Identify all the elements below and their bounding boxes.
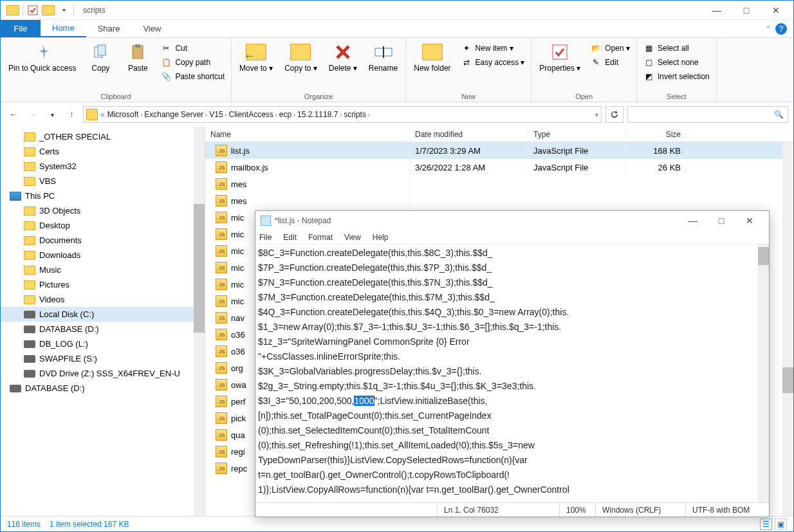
scrollbar-thumb[interactable] — [782, 367, 793, 393]
pin-icon — [32, 42, 53, 62]
tab-home[interactable]: Home — [41, 20, 86, 37]
new-item-button[interactable]: ✦New item ▾ — [459, 42, 528, 55]
js-file-icon: JS — [216, 295, 227, 307]
scrollbar-vertical[interactable] — [194, 127, 205, 516]
view-details-icon[interactable]: ☰ — [760, 518, 772, 530]
menu-edit[interactable]: Edit — [283, 233, 297, 242]
tab-file[interactable]: File — [1, 20, 41, 37]
select-all-button[interactable]: ▦Select all — [641, 42, 712, 55]
scrollbar-thumb[interactable] — [194, 204, 205, 333]
file-row[interactable]: JSlist.js1/7/2023 3:29 AMJavaScript File… — [205, 142, 793, 159]
tree-node-database-d-[interactable]: DATABASE (D:) — [1, 381, 205, 396]
tree-node-music[interactable]: Music — [1, 262, 205, 277]
file-row[interactable]: JSmes — [205, 176, 793, 192]
tab-view[interactable]: View — [131, 20, 172, 37]
file-row[interactable]: JSmes — [205, 192, 793, 209]
menu-format[interactable]: Format — [308, 233, 333, 242]
tree-node-videos[interactable]: Videos — [1, 292, 205, 307]
menu-view[interactable]: View — [344, 233, 361, 242]
back-button[interactable]: ← — [6, 107, 21, 122]
paste-shortcut-button[interactable]: 📎Paste shortcut — [158, 70, 227, 83]
tree-node-database-d-[interactable]: DATABASE (D:) — [1, 322, 205, 336]
invert-selection-button[interactable]: ◩Invert selection — [641, 70, 712, 83]
refresh-button[interactable] — [605, 106, 623, 123]
scrollbar-vertical[interactable] — [782, 142, 793, 516]
properties-icon[interactable] — [26, 3, 40, 17]
js-file-icon: JS — [216, 228, 227, 240]
notepad-textarea[interactable]: $8C_3=Function.createDelegate(this,this.… — [255, 244, 769, 502]
minimize-button[interactable]: — — [679, 212, 707, 230]
nav-tree[interactable]: _OTHER SPECIALCertsSystem32VBSThis PC3D … — [1, 127, 205, 516]
tree-node-desktop[interactable]: Desktop — [1, 218, 205, 233]
cut-button[interactable]: ✂Cut — [158, 42, 227, 55]
edit-button[interactable]: ✎Edit — [588, 56, 632, 69]
minimize-button[interactable]: — — [702, 1, 732, 19]
breadcrumb-overflow[interactable]: « — [100, 110, 105, 119]
tree-node-certs[interactable]: Certs — [1, 144, 205, 159]
scrollbar-vertical[interactable] — [758, 244, 769, 502]
col-header-size[interactable]: Size — [626, 130, 687, 139]
tree-node-this-pc[interactable]: This PC — [1, 188, 205, 203]
col-header-name[interactable]: Name — [205, 130, 410, 139]
notepad-titlebar[interactable]: *list.js - Notepad — □ ✕ — [255, 211, 769, 230]
menu-help[interactable]: Help — [373, 233, 389, 242]
copy-button[interactable]: Copy — [84, 39, 117, 73]
tree-node-label: Downloads — [39, 250, 80, 260]
copy-icon — [90, 42, 111, 62]
ribbon-collapse[interactable]: ⌃ ? — [759, 20, 793, 37]
view-large-icons-icon[interactable]: ▣ — [775, 518, 787, 530]
close-button[interactable]: ✕ — [735, 212, 764, 230]
move-to-button[interactable]: ← Move to ▾ — [235, 39, 277, 73]
tree-node-db-log-l-[interactable]: DB_LOG (L:) — [1, 336, 205, 351]
search-input[interactable]: 🔍 — [627, 106, 788, 123]
select-none-button[interactable]: ▢Select none — [641, 56, 712, 69]
breadcrumb-item[interactable]: 15.2.1118.7 — [297, 110, 338, 119]
tree-node-3d-objects[interactable]: 3D Objects — [1, 203, 205, 218]
pin-to-quick-access-button[interactable]: Pin to Quick access — [5, 39, 80, 73]
svg-text:JS: JS — [219, 349, 225, 354]
file-list-header[interactable]: Name Date modified Type Size — [205, 127, 793, 142]
tree-node--other-special[interactable]: _OTHER SPECIAL — [1, 129, 205, 144]
breadcrumb-item[interactable]: scripts — [344, 110, 366, 119]
scrollbar-thumb[interactable] — [758, 247, 769, 265]
properties-button[interactable]: Properties ▾ — [535, 39, 584, 73]
breadcrumb-item[interactable]: ClientAccess — [228, 110, 273, 119]
open-button[interactable]: 📂Open ▾ — [588, 42, 632, 55]
maximize-button[interactable]: □ — [707, 212, 735, 230]
tree-node-vbs[interactable]: VBS — [1, 174, 205, 188]
recent-locations-button[interactable]: ▾ — [44, 107, 60, 122]
breadcrumb-item[interactable]: V15 — [209, 110, 223, 119]
breadcrumb-item[interactable]: ecp — [279, 110, 291, 119]
easy-access-button[interactable]: ⇄Easy access ▾ — [459, 56, 528, 69]
file-row[interactable]: JSmailbox.js3/26/2022 1:28 AMJavaScript … — [205, 159, 793, 176]
paste-button[interactable]: Paste — [121, 39, 154, 73]
qat-dropdown-icon[interactable]: ▾ — [57, 3, 71, 17]
new-folder-button[interactable]: New folder — [410, 39, 454, 73]
breadcrumb[interactable]: « Microsoft › Exchange Server › V15 › Cl… — [83, 106, 602, 123]
maximize-button[interactable]: □ — [732, 1, 761, 19]
menu-file[interactable]: File — [259, 233, 272, 242]
tree-node-dvd-drive-z-sss-x64frev-en-u[interactable]: DVD Drive (Z:) SSS_X64FREV_EN-U — [1, 366, 205, 381]
tree-node-local-disk-c-[interactable]: Local Disk (C:) — [1, 307, 205, 322]
tree-node-downloads[interactable]: Downloads — [1, 248, 205, 262]
help-icon[interactable]: ? — [775, 23, 787, 35]
tree-node-pictures[interactable]: Pictures — [1, 277, 205, 292]
col-header-type[interactable]: Type — [528, 130, 626, 139]
delete-button[interactable]: Delete ▾ — [325, 39, 361, 73]
forward-button[interactable]: → — [25, 107, 41, 122]
chevron-down-icon[interactable]: ▾ — [595, 111, 598, 118]
copy-path-button[interactable]: 📋Copy path — [158, 56, 227, 69]
rename-button[interactable]: Rename — [365, 39, 402, 73]
tree-node-swapfile-s-[interactable]: SWAPFILE (S:) — [1, 351, 205, 366]
status-encoding: UTF-8 with BOM — [685, 503, 769, 517]
tree-node-documents[interactable]: Documents — [1, 233, 205, 248]
breadcrumb-item[interactable]: Microsoft — [107, 110, 139, 119]
up-button[interactable]: ↑ — [64, 107, 79, 122]
breadcrumb-item[interactable]: Exchange Server — [144, 110, 203, 119]
copy-to-button[interactable]: Copy to ▾ — [281, 39, 321, 73]
tree-node-system32[interactable]: System32 — [1, 159, 205, 174]
new-folder-icon[interactable] — [41, 3, 55, 17]
close-button[interactable]: ✕ — [761, 1, 791, 19]
tab-share[interactable]: Share — [86, 20, 132, 37]
col-header-date[interactable]: Date modified — [410, 130, 528, 139]
